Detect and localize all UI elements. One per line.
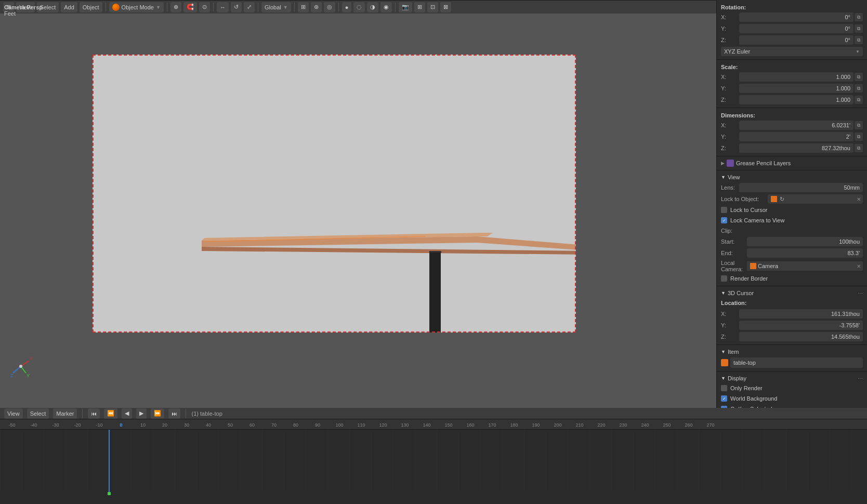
render-border-row[interactable]: Render Border [717,273,867,284]
dim-x-input[interactable] [739,121,853,130]
clip-start-input[interactable] [747,237,863,246]
grid-btn[interactable]: ⊞ [298,2,309,12]
local-camera-label: Local Camera: [721,260,747,272]
dim-y-input[interactable] [739,132,853,141]
rotation-z-row: Z: ⧉ [717,34,867,46]
cursor-3d-section: ▼ 3D Cursor ⋯ Location: X: Y: Z: [717,286,867,345]
scale-z-input[interactable] [739,95,853,104]
item-name-field[interactable]: table-top [730,357,863,368]
dim-y-copy[interactable]: ⧉ [855,132,863,141]
transform-btn[interactable]: ⊕ [170,2,181,12]
timeline-play[interactable]: ▶ [136,408,147,419]
local-camera-icon [750,263,756,269]
world-background-checkbox[interactable] [721,395,727,402]
lock-cursor-checkbox[interactable] [721,207,727,213]
camera-btn[interactable]: 📷 [399,2,412,12]
svg-text:X: X [30,356,33,361]
extra-btn-2[interactable]: ⊡ [427,2,438,12]
scale-y-copy[interactable]: ⧉ [855,84,863,92]
object-menu[interactable]: Object [80,2,102,12]
scale-x-input[interactable] [739,72,853,82]
local-camera-field[interactable]: Camera ✕ [747,261,863,271]
timeline-content[interactable]: -50 -40 -30 -20 -10 0 10 20 30 40 50 60 … [0,419,867,504]
snap-btn[interactable]: 🧲 [183,2,197,12]
extra-btn-3[interactable]: ⊠ [440,2,451,12]
render-border-checkbox[interactable] [721,275,727,282]
world-background-row[interactable]: World Background [717,393,867,404]
display-header[interactable]: ▼ Display ⋯ [717,374,867,383]
item-name: table-top [733,360,756,366]
transform-orientation[interactable]: Global ▼ [261,2,291,12]
dim-x-copy[interactable]: ⧉ [855,121,863,129]
rotation-z-copy[interactable]: ⧉ [855,36,863,44]
render-mode-material[interactable]: ◑ [367,2,378,12]
ruler-70: 70 [263,422,285,428]
lock-camera-row[interactable]: Lock Camera to View [717,215,867,226]
dim-z-input[interactable] [739,143,853,153]
cursor-3d-header[interactable]: ▼ 3D Cursor ⋯ [717,288,867,298]
timeline-marker-btn[interactable]: Marker [53,408,77,419]
rotation-x-copy[interactable]: ⧉ [855,13,863,21]
timeline-select-btn[interactable]: Select [27,408,49,419]
timeline-play-end[interactable]: ⏩ [151,408,164,419]
timeline-frame-fwd[interactable]: ⏭ [168,408,180,419]
viewport[interactable]: Camera Persp Feet X Y Z [0,0,716,408]
timeline-play-back[interactable]: ◀ [122,408,132,419]
lock-cursor-label: Lock to Cursor [730,207,768,213]
separator-6 [338,3,339,12]
current-frame-marker[interactable] [108,492,111,495]
lock-object-close[interactable]: ✕ [857,196,861,202]
move-btn[interactable]: ↔ [217,2,229,12]
clip-end-input[interactable] [747,248,863,258]
local-camera-close[interactable]: ✕ [857,263,861,269]
timeline-tracks[interactable] [0,430,867,492]
cursor-z-input[interactable] [739,332,863,341]
add-menu[interactable]: Add [61,2,77,12]
render-mode-solid[interactable]: ● [342,2,352,12]
rotation-x-row: X: ⧉ [717,11,867,23]
view-header[interactable]: ▼ View [717,173,867,182]
lock-camera-checkbox[interactable] [721,217,727,223]
only-render-row[interactable]: Only Render [717,383,867,393]
proportional-btn[interactable]: ⊙ [199,2,210,12]
only-render-checkbox[interactable] [721,385,727,391]
timeline-view-btn[interactable]: View [4,408,23,419]
extra-btn-1[interactable]: ⊞ [414,2,425,12]
render-mode-rendered[interactable]: ◉ [380,2,392,12]
xray-btn[interactable]: ◎ [324,2,335,12]
rotation-x-input[interactable] [739,12,853,22]
timeline-frame-back[interactable]: ⏪ [104,408,117,419]
dim-z-copy[interactable]: ⧉ [855,144,863,152]
rotation-z-input[interactable] [739,35,853,45]
scale-y-input[interactable] [739,84,853,93]
grease-pencil-row[interactable]: ▶ Grease Pencil Layers [717,158,867,168]
cursor-x-input[interactable] [739,309,863,319]
mode-dropdown[interactable]: Object Mode ▼ [109,2,164,12]
ruler-170: 170 [481,422,503,428]
outline-selected-row[interactable]: Outline Selected [717,404,867,408]
display-dots-menu[interactable]: ⋯ [858,376,863,381]
rotation-y-input[interactable] [739,24,853,33]
lock-object-field[interactable]: ↻ ✕ [768,194,863,204]
timeline-scrub-bar[interactable] [0,492,867,495]
lens-input[interactable] [739,183,863,192]
rotation-mode-dropdown[interactable]: XYZ Euler ▼ [721,47,863,56]
timeline-area: View Select Marker ⏮ ⏪ ◀ ▶ ⏩ ⏭ (1) table… [0,408,867,504]
timeline-play-start[interactable]: ⏮ [88,408,100,419]
right-panel: Rotation: X: ⧉ Y: ⧉ Z: ⧉ [716,0,867,408]
ruler-20: 20 [154,422,176,428]
scale-z-copy[interactable]: ⧉ [855,96,863,104]
render-mode-wire[interactable]: ◌ [353,2,365,12]
overlay-btn[interactable]: ⊛ [311,2,322,12]
scale-x-copy[interactable]: ⧉ [855,73,863,81]
separator-3 [213,3,214,12]
rotation-y-copy[interactable]: ⧉ [855,24,863,33]
item-header[interactable]: ▼ Item [717,347,867,356]
cursor-dots-menu[interactable]: ⋯ [858,290,863,296]
separator-1 [106,3,106,12]
lock-cursor-row[interactable]: Lock to Cursor [717,205,867,215]
rotate-btn[interactable]: ↺ [231,2,242,12]
scale-btn[interactable]: ⤢ [244,2,255,12]
viewport-canvas[interactable] [93,55,576,333]
cursor-y-input[interactable] [739,321,863,330]
